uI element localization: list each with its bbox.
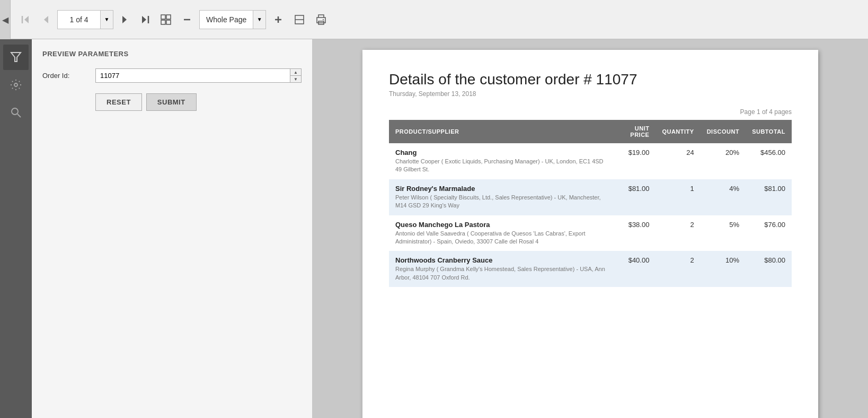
cell-product: Queso Manchego La PastoraAntonio del Val… — [389, 215, 614, 251]
cell-unit-price: $81.00 — [614, 179, 656, 215]
zoom-in-button[interactable] — [269, 12, 287, 28]
toolbar: ◀ 1 of 4 ▼ — [0, 0, 868, 39]
page-indicator[interactable]: 1 of 4 ▼ — [57, 10, 113, 29]
svg-line-21 — [17, 114, 21, 117]
cell-unit-price: $40.00 — [614, 251, 656, 287]
preview-area: Details of the customer order # 11077 Th… — [313, 39, 868, 418]
product-supplier: Regina Murphy ( Grandma Kelly's Homestea… — [395, 265, 608, 282]
table-row: Northwoods Cranberry SauceRegina Murphy … — [389, 251, 792, 287]
svg-marker-18 — [11, 53, 21, 62]
order-id-row: Order Id: ▲ ▼ — [42, 68, 302, 83]
cell-discount: 5% — [701, 215, 746, 251]
table-header-row: PRODUCT/SUPPLIER UNIT PRICE QUANTITY DIS… — [389, 120, 792, 143]
col-subtotal: SUBTOTAL — [746, 120, 792, 143]
svg-rect-9 — [166, 20, 171, 24]
submit-button[interactable]: SUBMIT — [146, 93, 197, 111]
order-id-spin-up[interactable]: ▲ — [290, 69, 301, 76]
svg-rect-7 — [166, 15, 171, 19]
col-discount: DISCOUNT — [701, 120, 746, 143]
grid-toggle-button[interactable] — [157, 12, 175, 28]
page-indicator-text: 1 of 4 — [58, 15, 100, 24]
product-supplier: Peter Wilson ( Specialty Biscuits, Ltd.,… — [395, 194, 608, 210]
print-button[interactable] — [312, 12, 331, 28]
order-id-spin-down[interactable]: ▼ — [290, 76, 301, 82]
order-id-input-wrapper: ▲ ▼ — [95, 68, 302, 83]
product-supplier: Charlotte Cooper ( Exotic Liquids, Purch… — [395, 158, 608, 174]
cell-subtotal: $76.00 — [746, 215, 792, 251]
product-name: Sir Rodney's Marmalade — [395, 185, 608, 193]
col-quantity: QUANTITY — [656, 120, 700, 143]
left-panel: PREVIEW PARAMETERS Order Id: ▲ ▼ RESET S… — [32, 39, 313, 418]
svg-point-19 — [14, 83, 17, 86]
cell-product: Sir Rodney's MarmaladePeter Wilson ( Spe… — [389, 179, 614, 215]
cell-subtotal: $81.00 — [746, 179, 792, 215]
cell-unit-price: $38.00 — [614, 215, 656, 251]
main-content: PREVIEW PARAMETERS Order Id: ▲ ▼ RESET S… — [0, 39, 868, 418]
report-page-info: Page 1 of 4 pages — [389, 108, 792, 116]
zoom-mode-selector[interactable]: Whole Page ▼ — [199, 10, 266, 29]
sidebar-settings-icon[interactable] — [3, 72, 29, 98]
next-page-button[interactable] — [117, 12, 134, 27]
zoom-mode-arrow[interactable]: ▼ — [253, 11, 265, 29]
product-name: Queso Manchego La Pastora — [395, 221, 608, 229]
sidebar-filter-icon[interactable] — [3, 45, 29, 70]
back-button[interactable]: ◀ — [0, 0, 11, 39]
cell-discount: 10% — [701, 251, 746, 287]
cell-product: Northwoods Cranberry SauceRegina Murphy … — [389, 251, 614, 287]
svg-rect-8 — [161, 20, 165, 24]
cell-quantity: 2 — [656, 215, 700, 251]
order-id-label: Order Id: — [42, 72, 95, 80]
table-row: ChangCharlotte Cooper ( Exotic Liquids, … — [389, 143, 792, 179]
order-id-spinner: ▲ ▼ — [290, 69, 301, 82]
last-page-button[interactable] — [137, 12, 154, 27]
page-dropdown-arrow[interactable]: ▼ — [100, 11, 113, 29]
first-page-button[interactable] — [17, 12, 34, 27]
svg-point-20 — [12, 108, 18, 115]
table-row: Sir Rodney's MarmaladePeter Wilson ( Spe… — [389, 179, 792, 215]
report-page: Details of the customer order # 11077 Th… — [362, 50, 818, 418]
panel-title: PREVIEW PARAMETERS — [42, 50, 302, 58]
sidebar-search-icon[interactable] — [3, 100, 29, 125]
cell-subtotal: $80.00 — [746, 251, 792, 287]
cell-unit-price: $19.00 — [614, 143, 656, 179]
fit-button[interactable] — [290, 12, 308, 28]
svg-rect-6 — [161, 15, 165, 19]
cell-quantity: 24 — [656, 143, 700, 179]
prev-page-button[interactable] — [37, 12, 54, 27]
svg-marker-1 — [24, 16, 29, 23]
cell-discount: 20% — [701, 143, 746, 179]
col-unit-price: UNIT PRICE — [614, 120, 656, 143]
product-supplier: Antonio del Valle Saavedra ( Cooperativa… — [395, 230, 608, 246]
button-row: RESET SUBMIT — [95, 93, 302, 111]
reset-button[interactable]: RESET — [95, 93, 142, 111]
report-date: Thursday, September 13, 2018 — [389, 90, 792, 98]
svg-marker-2 — [44, 16, 48, 23]
cell-quantity: 1 — [656, 179, 700, 215]
table-row: Queso Manchego La PastoraAntonio del Val… — [389, 215, 792, 251]
cell-quantity: 2 — [656, 251, 700, 287]
cell-discount: 4% — [701, 179, 746, 215]
product-name: Chang — [395, 149, 608, 156]
zoom-out-button[interactable] — [178, 12, 196, 28]
product-name: Northwoods Cranberry Sauce — [395, 256, 608, 264]
svg-marker-5 — [142, 16, 146, 23]
order-id-input[interactable] — [96, 69, 290, 82]
report-table: PRODUCT/SUPPLIER UNIT PRICE QUANTITY DIS… — [389, 120, 792, 287]
zoom-mode-text: Whole Page — [200, 15, 253, 24]
report-title: Details of the customer order # 11077 — [389, 71, 792, 88]
svg-point-17 — [323, 19, 324, 20]
cell-subtotal: $456.00 — [746, 143, 792, 179]
col-product: PRODUCT/SUPPLIER — [389, 120, 614, 143]
sidebar-icons — [0, 39, 32, 418]
cell-product: ChangCharlotte Cooper ( Exotic Liquids, … — [389, 143, 614, 179]
svg-marker-3 — [122, 16, 127, 23]
